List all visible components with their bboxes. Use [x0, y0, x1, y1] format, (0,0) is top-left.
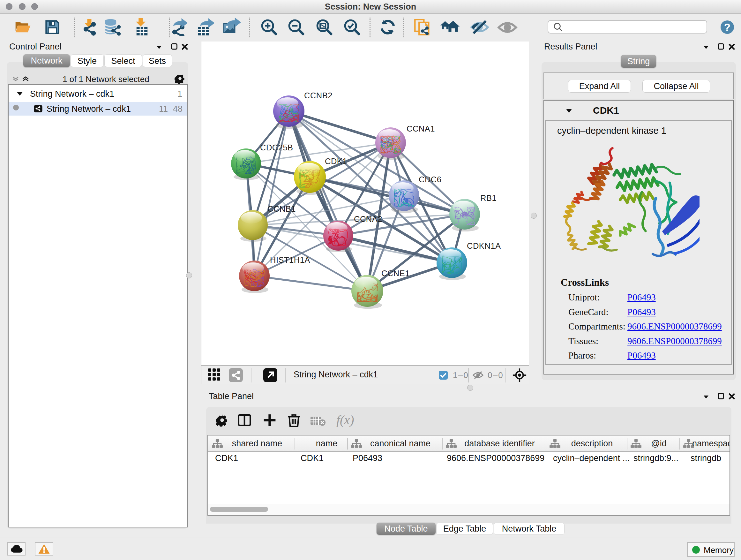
- svg-text:CCNA1: CCNA1: [407, 124, 435, 133]
- svg-text:?: ?: [724, 22, 731, 33]
- svg-text:HIST1H1A: HIST1H1A: [270, 255, 310, 264]
- svg-text:RB1: RB1: [480, 193, 496, 202]
- svg-text:CCNB2: CCNB2: [304, 91, 333, 100]
- svg-text:CCNE1: CCNE1: [381, 269, 410, 278]
- svg-text:CCNB1: CCNB1: [267, 204, 296, 213]
- svg-text:CDC25B: CDC25B: [260, 143, 293, 152]
- svg-text:CCNA2: CCNA2: [354, 214, 382, 224]
- svg-text:CDKN1A: CDKN1A: [467, 241, 501, 250]
- svg-text:CDK1: CDK1: [325, 157, 347, 166]
- svg-text:CDC6: CDC6: [419, 175, 441, 184]
